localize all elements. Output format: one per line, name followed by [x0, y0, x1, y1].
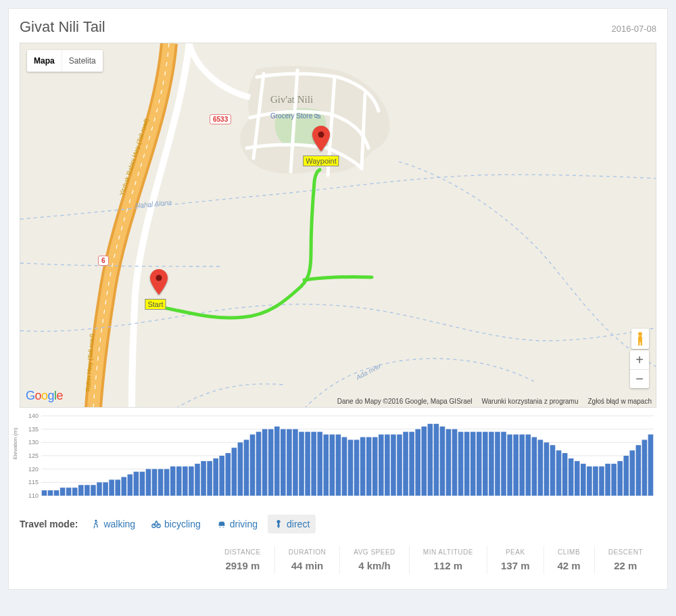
- svg-point-2: [638, 332, 642, 336]
- svg-rect-22: [54, 490, 59, 496]
- road-badge-6533: 6533: [210, 114, 231, 124]
- svg-rect-31: [109, 479, 114, 496]
- map-attribution: Dane do Mapy ©2016 Google, Mapa GISrael …: [337, 398, 652, 405]
- svg-rect-62: [299, 432, 304, 496]
- svg-rect-104: [556, 450, 562, 496]
- svg-rect-119: [648, 435, 654, 496]
- map-area[interactable]: Giv'at Nili Grocery Store 🛍 6 6533 Yitzh…: [20, 43, 656, 408]
- svg-text:120: 120: [28, 466, 39, 473]
- svg-rect-4: [638, 341, 639, 346]
- svg-rect-77: [391, 435, 396, 496]
- stat-cell: PEAK137 m: [487, 546, 544, 574]
- marker-start[interactable]: [150, 269, 168, 298]
- map-canvas: [20, 43, 656, 408]
- stat-label: DESCENT: [608, 548, 643, 556]
- zoom-out-button[interactable]: −: [630, 369, 649, 388]
- mode-walking[interactable]: walking: [84, 515, 141, 534]
- tab-map[interactable]: Mapa: [27, 50, 62, 72]
- svg-rect-98: [519, 435, 525, 496]
- svg-point-0: [156, 275, 162, 281]
- svg-rect-44: [189, 467, 194, 496]
- svg-rect-28: [91, 485, 96, 496]
- stat-value: 44 min: [289, 560, 326, 571]
- svg-rect-57: [268, 429, 274, 496]
- svg-rect-47: [207, 461, 212, 496]
- elevation-chart: Elevation (m) 110115120125130135140: [20, 413, 656, 500]
- svg-rect-67: [330, 435, 335, 496]
- svg-rect-45: [195, 464, 200, 496]
- svg-rect-90: [470, 432, 476, 496]
- svg-rect-92: [483, 432, 488, 496]
- svg-rect-76: [385, 435, 390, 496]
- svg-point-120: [95, 520, 97, 522]
- svg-rect-35: [134, 472, 139, 496]
- svg-rect-109: [587, 467, 592, 496]
- map-type-tabs: Mapa Satelita: [27, 50, 103, 72]
- stat-value: 112 m: [423, 560, 473, 571]
- svg-rect-100: [532, 437, 537, 496]
- svg-rect-118: [642, 440, 648, 496]
- svg-rect-24: [66, 488, 72, 496]
- svg-text:115: 115: [28, 479, 39, 485]
- svg-rect-29: [97, 482, 102, 496]
- svg-rect-103: [550, 445, 556, 496]
- travel-mode-label: Travel mode:: [20, 519, 78, 529]
- svg-rect-73: [366, 437, 372, 496]
- map-terms-link[interactable]: Warunki korzystania z programu: [481, 398, 578, 405]
- svg-rect-48: [213, 458, 218, 496]
- stat-cell: MIN ALTITUDE112 m: [409, 546, 487, 574]
- svg-rect-115: [623, 456, 629, 496]
- shop-icon: 🛍: [314, 112, 321, 120]
- stat-cell: AVG SPEED4 km/h: [339, 546, 409, 574]
- svg-rect-70: [348, 440, 354, 496]
- svg-rect-37: [146, 469, 151, 496]
- svg-rect-105: [562, 453, 568, 496]
- zoom-in-button[interactable]: +: [630, 350, 649, 369]
- svg-rect-96: [507, 435, 512, 496]
- svg-rect-64: [311, 432, 316, 496]
- svg-rect-56: [262, 429, 268, 496]
- stat-value: 137 m: [501, 560, 530, 571]
- svg-text:135: 135: [28, 426, 39, 433]
- svg-rect-91: [477, 432, 482, 496]
- stat-label: DURATION: [289, 548, 326, 556]
- stat-label: MIN ALTITUDE: [423, 548, 473, 556]
- bicycling-icon: [151, 519, 161, 529]
- svg-rect-41: [170, 467, 176, 496]
- svg-rect-108: [581, 464, 586, 496]
- svg-rect-69: [342, 437, 347, 496]
- svg-rect-68: [336, 435, 341, 496]
- mode-direct[interactable]: direct: [268, 515, 316, 534]
- svg-rect-82: [421, 427, 427, 496]
- svg-rect-95: [501, 432, 506, 496]
- svg-rect-116: [629, 450, 635, 496]
- svg-rect-66: [323, 435, 329, 496]
- svg-rect-111: [599, 467, 604, 496]
- svg-rect-5: [641, 341, 642, 346]
- tab-satellite[interactable]: Satelita: [62, 50, 103, 72]
- pegman-button[interactable]: [631, 329, 649, 349]
- stat-value: 22 m: [608, 560, 643, 571]
- stat-value: 2919 m: [224, 560, 261, 571]
- stat-cell: CLIMB42 m: [544, 546, 594, 574]
- svg-rect-20: [42, 490, 47, 496]
- svg-rect-61: [293, 429, 298, 496]
- google-logo: Google: [26, 389, 63, 403]
- marker-waypoint[interactable]: [312, 126, 330, 154]
- mode-bicycling[interactable]: bicycling: [145, 515, 207, 534]
- svg-rect-23: [60, 488, 66, 496]
- route-date: 2016-07-08: [612, 24, 657, 34]
- svg-rect-51: [232, 448, 237, 496]
- stat-label: DISTANCE: [224, 548, 261, 556]
- map-report-link[interactable]: Zgłoś błąd w mapach: [588, 398, 652, 405]
- stats-row: DISTANCE2919 mDURATION44 minAVG SPEED4 k…: [20, 546, 656, 574]
- mode-driving[interactable]: driving: [211, 515, 264, 534]
- svg-rect-99: [525, 435, 531, 496]
- elevation-svg: 110115120125130135140: [20, 413, 656, 500]
- svg-rect-72: [360, 437, 366, 496]
- svg-text:130: 130: [28, 439, 39, 446]
- place-name: Giv'at Nili: [270, 94, 313, 105]
- stat-cell: DURATION44 min: [274, 546, 339, 574]
- svg-rect-25: [72, 488, 78, 496]
- svg-rect-110: [593, 467, 598, 496]
